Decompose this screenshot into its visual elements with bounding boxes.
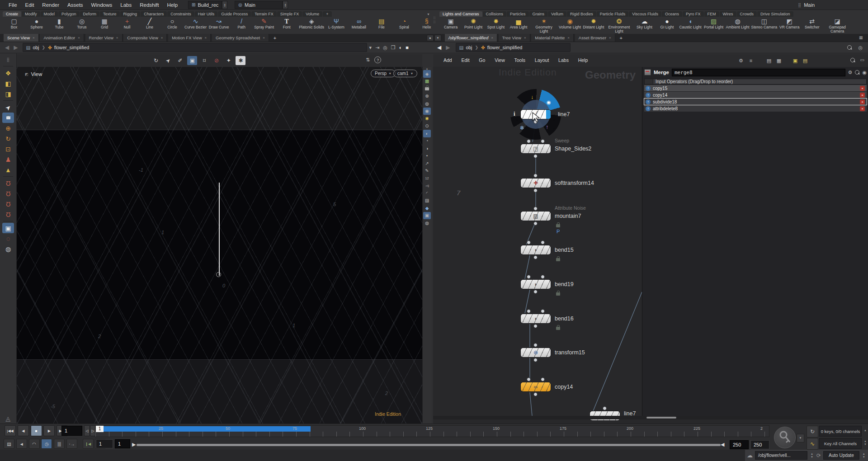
move-up-icon[interactable]: ↑: [646, 99, 651, 104]
pane-tab-network[interactable]: /obj/flower_simplified×: [445, 34, 497, 42]
light-pin-icon[interactable]: ◍: [423, 219, 431, 227]
audio-scrub-icon[interactable]: ◠: [29, 439, 40, 449]
shelf-tool-switcher[interactable]: ⇄Switcher: [801, 17, 823, 29]
net-menu-labs[interactable]: Labs: [554, 54, 573, 63]
pane-target-icon[interactable]: ◎: [856, 45, 864, 51]
shelf-tab-particle-fluids[interactable]: Particle Fluids: [597, 11, 629, 17]
close-icon[interactable]: ×: [263, 36, 265, 40]
pane-tab-animation-editor[interactable]: Animation Editor×: [40, 34, 84, 42]
list-icon[interactable]: ≡: [747, 56, 755, 65]
timeline-ruler[interactable]: 25 50 75 100 125 150 175 200 225 2 1: [95, 425, 769, 437]
homing-icon[interactable]: ◈: [423, 70, 431, 78]
projection-selector[interactable]: Persp▼: [371, 70, 396, 77]
menu-windows[interactable]: Windows: [87, 2, 117, 8]
freeze-flag-icon[interactable]: ❄: [520, 125, 524, 131]
close-icon[interactable]: ×: [161, 36, 163, 40]
menu-file[interactable]: File: [5, 2, 21, 8]
view-orbit-icon[interactable]: ↻: [151, 56, 161, 65]
close-icon[interactable]: ×: [205, 36, 207, 40]
network-editor[interactable]: Indie Edition Geometry 7 i ↓ ◉ ❄ ↑: [433, 67, 868, 423]
translate-tool-icon[interactable]: ⊕: [2, 123, 14, 133]
shelf-tool-portal-light[interactable]: ▨Portal Light: [703, 17, 725, 29]
shelf-tab-volume[interactable]: Volume: [302, 11, 322, 17]
pin-circle-icon[interactable]: ◉: [862, 70, 867, 75]
node-transform15[interactable]: ⊕ transform15: [521, 348, 551, 357]
shelf-tab-collisions[interactable]: Collisions: [483, 11, 507, 17]
notes-icon[interactable]: ▤: [801, 56, 809, 65]
menu-help[interactable]: Help: [163, 2, 182, 8]
shelf-tool-sphere[interactable]: ●Sphere: [25, 17, 48, 29]
menu-labs[interactable]: Labs: [116, 2, 136, 8]
display-flag-icon[interactable]: ◉: [547, 99, 551, 105]
keys-info-arrow[interactable]: ▲: [863, 429, 868, 432]
shelf-tab-rigging[interactable]: Rigging: [120, 11, 141, 17]
range-end-field[interactable]: 250: [750, 440, 769, 449]
input-connector[interactable]: [603, 406, 607, 410]
net-menu-view[interactable]: View: [491, 54, 509, 63]
shelf-tab-rigid-bodies[interactable]: Rigid Bodies: [567, 11, 596, 17]
handle-tool-icon[interactable]: ✐: [175, 56, 185, 65]
current-frame-marker[interactable]: 1: [96, 426, 104, 432]
shelf-tool-torus[interactable]: ◎Torus: [71, 17, 93, 29]
menu-render[interactable]: Render: [38, 2, 63, 8]
shelf-tab-terrain-fx[interactable]: Terrain FX: [251, 11, 277, 17]
shelf-tab-guide-process[interactable]: Guide Process: [218, 11, 251, 17]
shelf-tab-oceans[interactable]: Oceans: [662, 11, 682, 17]
geometry-info-icon[interactable]: ◑: [423, 145, 431, 152]
shelf-tool-file[interactable]: ▤File: [370, 17, 393, 29]
pane-stow-icon[interactable]: ■: [427, 35, 434, 41]
range-end-display[interactable]: 250: [730, 440, 749, 449]
input-connector[interactable]: [527, 309, 531, 313]
output-connector[interactable]: [533, 290, 538, 294]
pose-tool-icon[interactable]: ♟: [2, 154, 14, 165]
pane-tab-tree-view[interactable]: Tree View×: [499, 34, 530, 42]
dopesheet-icon[interactable]: ·→: [66, 439, 77, 449]
show-materials-icon[interactable]: ◔: [423, 137, 431, 145]
shelf-tool-spiral[interactable]: ◔Spiral: [393, 17, 415, 29]
smooth-shading-icon[interactable]: ◐: [423, 130, 431, 137]
pane-tab-motion-fx-view[interactable]: Motion FX View×: [168, 34, 211, 42]
snap-grid-icon[interactable]: Ω: [2, 178, 14, 188]
point-marker-icon[interactable]: •: [423, 152, 431, 160]
update-mode-spinner[interactable]: ▲▼: [862, 452, 866, 459]
channel-scope-icon[interactable]: ∿: [807, 438, 818, 450]
profile-curve-icon[interactable]: ◜: [423, 189, 431, 197]
grid-large-icon[interactable]: ▦: [775, 56, 783, 65]
input-connector[interactable]: [541, 275, 545, 279]
key-all-channels-button[interactable]: Key All Channels: [819, 438, 862, 449]
point-normal-icon[interactable]: ↗: [423, 160, 431, 167]
memory-usage-icon[interactable]: ☁: [747, 452, 753, 459]
headlight-icon[interactable]: ◍: [423, 100, 431, 108]
shelf-tab-grains[interactable]: Grains: [529, 11, 548, 17]
snap-point-icon[interactable]: Ω: [2, 199, 14, 209]
input-connector[interactable]: [541, 240, 545, 245]
current-frame-field[interactable]: 1: [61, 426, 82, 436]
delete-icon[interactable]: ×: [860, 93, 865, 98]
node-mountain7[interactable]: ▨ Attribute Noise mountain7 P: [521, 212, 551, 221]
playbar-options-icon[interactable]: ▤: [4, 439, 14, 449]
play-reverse-button[interactable]: ◀: [18, 425, 29, 436]
shelf-tab-viscous-fluids[interactable]: Viscous Fluids: [629, 11, 661, 17]
select-arrow-icon[interactable]: ➤: [163, 56, 173, 65]
input-connector[interactable]: [527, 275, 531, 279]
shelf-tab-model[interactable]: Model: [41, 11, 58, 17]
delete-icon[interactable]: ×: [860, 106, 865, 111]
shelf-tab-lights-cameras[interactable]: Lights and Cameras: [439, 11, 482, 17]
shelf-tool-caustic-light[interactable]: ◖Caustic Light: [678, 17, 702, 29]
input-connector[interactable]: [533, 174, 538, 178]
shelf-tab-wires[interactable]: Wires: [720, 11, 736, 17]
page-icon[interactable]: ■: [404, 45, 410, 50]
stop-button[interactable]: ■: [31, 425, 42, 436]
pane-tab-composite-view[interactable]: Composite View×: [123, 34, 167, 42]
show-template-geometry-icon[interactable]: ◨: [2, 89, 14, 99]
input-connector[interactable]: [541, 309, 545, 313]
net-menu-add[interactable]: Add: [439, 54, 456, 63]
shelf-tool-draw-curve[interactable]: ↝Draw Curve: [208, 17, 230, 29]
operator-row-copy15[interactable]: ↑ copy15 ×: [644, 85, 867, 91]
output-connector[interactable]: [533, 392, 538, 396]
follow-target-icon[interactable]: ◎: [381, 45, 389, 51]
shelf-tab-create[interactable]: Create: [3, 11, 21, 17]
key-all-spinner[interactable]: ▲▼: [863, 440, 868, 446]
display-options-box-icon[interactable]: ✱: [236, 56, 245, 65]
close-icon[interactable]: ×: [33, 36, 35, 40]
